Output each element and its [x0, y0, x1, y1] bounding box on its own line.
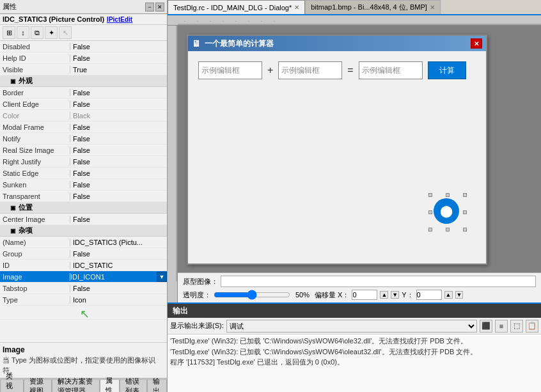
prop-row-type[interactable]: Type Icon — [0, 294, 167, 306]
category-position: ▣ 位置 — [0, 202, 167, 214]
prop-row-disabled[interactable]: Disabled False — [0, 41, 167, 52]
prop-row-image[interactable]: Image IDI_ICON1 ▼ — [0, 271, 167, 283]
properties-panel: 属性 − ✕ IDC_STATIC3 (Picture Control) IPi… — [0, 0, 168, 392]
output-content: 'TestDlg.exe' (Win32): 已加载 'C:\Windows\S… — [168, 334, 541, 392]
offset-x-spinner-down[interactable]: ▼ — [391, 291, 399, 299]
opacity-value: 50% — [293, 291, 312, 299]
prop-row-visible[interactable]: Visible True — [0, 64, 167, 75]
tab-bar: TestDlg.rc - IDD_MAIN_DLG - Dialog* ✕ bi… — [168, 0, 541, 15]
dialog-content: 示例编辑框 + 示例编辑框 = 示例编辑框 计算 — [188, 51, 486, 90]
bottom-tab-classview[interactable]: 类视图 — [0, 379, 24, 392]
dialog-edit1[interactable]: 示例编辑框 — [198, 61, 262, 79]
prop-row-transparent[interactable]: Transparent False — [0, 191, 167, 202]
dialog-close-button[interactable]: ✕ — [471, 38, 482, 49]
prop-row-helpid[interactable]: Help ID False — [0, 52, 167, 64]
prop-row-name[interactable]: (Name) IDC_STATIC3 (Pictu... — [0, 237, 167, 248]
wand-icon[interactable]: ✦ — [45, 26, 58, 39]
proto-label: 原型图像： — [183, 277, 218, 286]
bottom-tab-properties[interactable]: 属性 — [100, 379, 120, 392]
category-position-expand-icon[interactable]: ▣ — [10, 205, 16, 211]
svg-text:.: . — [197, 18, 198, 22]
prop-row-clientedge[interactable]: Client Edge False — [0, 98, 167, 110]
sort-icon[interactable]: ↕ — [17, 26, 29, 39]
output-source-select[interactable]: 调试 — [226, 320, 477, 333]
dialog-edit3[interactable]: 示例编辑框 — [359, 61, 423, 79]
panel-pin-btn[interactable]: − — [145, 3, 154, 12]
tab-bitmap-close[interactable]: ✕ — [430, 4, 435, 11]
grid-icon[interactable]: ⊞ — [3, 26, 15, 39]
dialog-plus-label: + — [267, 65, 273, 76]
dialog-edit2[interactable]: 示例编辑框 — [278, 61, 342, 79]
info-area: Image 当 Type 为图标或位图时，指定要使用的图像标识符。 — [0, 342, 167, 378]
output-line-1: 'TestDlg.exe' (Win32): 已加载 'C:\Windows\S… — [170, 336, 538, 347]
tab-bitmap[interactable]: bitmap1.bmp - Bi...48x48, 4 位, BMP] ✕ — [305, 0, 441, 14]
output-line-2: 'TestDlg.exe' (Win32): 已加载 'C:\Windows\S… — [170, 347, 538, 357]
output-header: 输出 — [168, 304, 541, 318]
svg-text:.: . — [274, 18, 275, 22]
prop-row-realsizeimage[interactable]: Real Size Image False — [0, 145, 167, 156]
handle-tm[interactable] — [446, 193, 450, 197]
control-name-label: IDC_STATIC3 (Picture Control) — [3, 15, 104, 23]
copy-icon[interactable]: ⧉ — [31, 26, 43, 39]
category-expand-icon[interactable]: ▣ — [10, 78, 16, 84]
ruler-horizontal: . . . . . . . . — [168, 15, 541, 26]
tab-testdlg-close[interactable]: ✕ — [294, 4, 299, 11]
handle-bm[interactable] — [446, 228, 450, 231]
image-dropdown-btn[interactable]: ▼ — [157, 272, 167, 282]
image-value: IDI_ICON1 — [70, 273, 157, 281]
offset-x-spinner-up[interactable]: ▲ — [380, 291, 388, 299]
prop-row-rightjustify[interactable]: Right Justify False — [0, 156, 167, 168]
dialog-preview: . . . . . . . . 🖥 — [168, 15, 541, 302]
prop-row-group[interactable]: Group False — [0, 248, 167, 260]
svg-text:.: . — [248, 18, 249, 22]
tab-testdlg[interactable]: TestDlg.rc - IDD_MAIN_DLG - Dialog* ✕ — [168, 0, 305, 14]
offset-y-spinner-down[interactable]: ▼ — [455, 291, 464, 299]
prop-row-modalframe[interactable]: Modal Frame False — [0, 122, 167, 133]
panel-controls: − ✕ — [145, 3, 164, 12]
bottom-tab-output[interactable]: 输出 — [147, 379, 167, 392]
handle-mr[interactable] — [463, 210, 467, 214]
prop-row-border[interactable]: Border False — [0, 87, 167, 98]
category-misc: ▣ 杂项 — [0, 225, 167, 237]
prop-row-color[interactable]: Color Black — [0, 110, 167, 122]
handle-tl[interactable] — [428, 193, 432, 197]
handle-br[interactable] — [463, 228, 467, 231]
control-type-badge[interactable]: IPictEdit — [107, 16, 132, 23]
image-control-area: ⬤ — [428, 193, 467, 231]
opacity-slider[interactable] — [214, 291, 290, 299]
cursor-icon[interactable]: ↖ — [59, 26, 72, 39]
category-misc-expand-icon[interactable]: ▣ — [10, 228, 16, 234]
prop-row-id[interactable]: ID IDC_STATIC — [0, 260, 167, 271]
prop-row-tabstop[interactable]: Tabstop False — [0, 283, 167, 294]
offset-y-input[interactable] — [416, 290, 442, 300]
svg-text:.: . — [184, 18, 185, 22]
panel-close-btn[interactable]: ✕ — [155, 3, 164, 12]
output-toolbar: 显示输出来源(S): 调试 ⬛ ≡ ⬚ 📋 — [168, 318, 541, 334]
prop-row-sunken[interactable]: Sunken False — [0, 179, 167, 191]
svg-text:.: . — [235, 18, 237, 22]
proto-path-input[interactable] — [221, 276, 536, 287]
prop-row-staticedge[interactable]: Static Edge False — [0, 168, 167, 179]
panel-title: 属性 — [3, 2, 17, 12]
dialog-window: 🖥 一个最简单的计算器 ✕ 示例编辑框 + 示例编辑框 = 示例编辑框 — [187, 35, 487, 265]
bottom-tab-solution[interactable]: 解决方案资源管理器 — [52, 379, 100, 392]
output-tool-btn2[interactable]: ≡ — [495, 320, 508, 333]
handle-bl[interactable] — [428, 228, 432, 231]
output-tool-btn4[interactable]: 📋 — [526, 320, 538, 333]
offset-y-spinner-up[interactable]: ▲ — [444, 291, 453, 299]
bottom-tab-resourceview[interactable]: 资源视图 — [24, 379, 52, 392]
prop-row-notify[interactable]: Notify False — [0, 133, 167, 145]
handle-ml[interactable] — [428, 210, 432, 214]
output-line-3: 程序 '[117532] TestDlg.exe' 已退出，返回值为 0 (0x… — [170, 357, 538, 368]
output-source-label: 显示输出来源(S): — [170, 321, 224, 331]
control-name-bar: IDC_STATIC3 (Picture Control) IPictEdit — [0, 14, 167, 25]
properties-toolbar: ⊞ ↕ ⧉ ✦ ↖ — [0, 25, 167, 41]
output-panel: 输出 显示输出来源(S): 调试 ⬛ ≡ ⬚ 📋 'TestDlg.exe' (… — [168, 302, 541, 392]
output-tool-btn3[interactable]: ⬚ — [510, 320, 523, 333]
handle-tr[interactable] — [463, 193, 467, 197]
dialog-calc-button[interactable]: 计算 — [428, 61, 466, 79]
offset-x-input[interactable] — [352, 290, 377, 300]
prop-row-centerimage[interactable]: Center Image False — [0, 214, 167, 225]
output-tool-btn1[interactable]: ⬛ — [480, 320, 492, 333]
bottom-tab-errors[interactable]: 错误列表 — [120, 379, 148, 392]
